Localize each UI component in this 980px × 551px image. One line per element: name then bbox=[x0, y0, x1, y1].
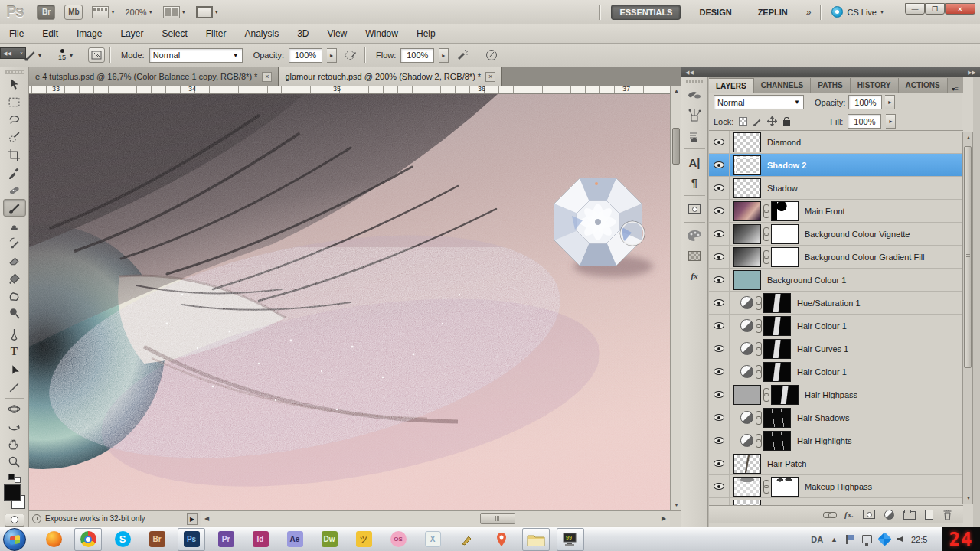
layer-name[interactable]: Makeup Highpass bbox=[805, 482, 872, 491]
minibridge-button[interactable]: Mb bbox=[64, 5, 83, 20]
vertical-scroll-thumb[interactable] bbox=[672, 128, 680, 165]
layer-thumbnail[interactable] bbox=[733, 224, 761, 244]
layer-row-hair-curves-1[interactable]: Hair Curves 1 bbox=[709, 337, 963, 360]
visibility-toggle[interactable] bbox=[709, 498, 730, 506]
layer-name[interactable]: Background Colour Vignette bbox=[805, 230, 910, 239]
layer-mask-thumbnail[interactable] bbox=[763, 339, 791, 359]
layer-row-bg-colour-gradient-fill[interactable]: Background Colour Gradient Fill bbox=[709, 246, 963, 269]
taskbar-chrome[interactable] bbox=[74, 528, 102, 551]
scroll-up-icon[interactable]: ▲ bbox=[963, 132, 974, 143]
panel-collapse-header[interactable]: ◀◀× bbox=[0, 47, 26, 59]
foreground-color-swatch[interactable] bbox=[4, 484, 21, 501]
add-mask-icon[interactable] bbox=[863, 510, 875, 519]
layer-opacity-spinner[interactable]: ▸ bbox=[885, 95, 895, 109]
taskbar-clock[interactable]: 22:5 bbox=[911, 535, 934, 544]
layer-name[interactable]: Shadow 2 bbox=[767, 161, 806, 170]
taskbar-bridge[interactable]: Br bbox=[143, 528, 171, 551]
layer-thumbnail[interactable] bbox=[733, 477, 761, 497]
canvas-artwork[interactable] bbox=[29, 94, 670, 510]
bridge-button[interactable]: Br bbox=[37, 5, 55, 20]
lasso-tool[interactable] bbox=[3, 111, 26, 129]
flow-field[interactable]: 100% bbox=[400, 48, 434, 63]
quick-selection-tool[interactable] bbox=[3, 129, 26, 146]
start-button[interactable] bbox=[3, 528, 26, 551]
pen-tool[interactable] bbox=[3, 326, 26, 344]
adjustment-layer-icon[interactable] bbox=[740, 434, 753, 447]
layer-row-bg-colour-vignette[interactable]: Background Colour Vignette bbox=[709, 223, 963, 246]
adjustment-layer-icon[interactable] bbox=[740, 342, 753, 355]
taskbar-pin-app[interactable] bbox=[453, 528, 481, 551]
layer-name[interactable]: Shadow bbox=[767, 184, 798, 193]
layer-row-diamond[interactable]: Diamond bbox=[709, 131, 963, 154]
layer-mask-thumbnail[interactable] bbox=[763, 431, 791, 451]
layer-thumbnail[interactable] bbox=[733, 247, 761, 267]
character-panel-icon[interactable]: A| bbox=[684, 152, 705, 172]
3d-orbit-tool[interactable] bbox=[3, 418, 26, 435]
canvas-viewport[interactable] bbox=[29, 94, 670, 510]
menu-edit[interactable]: Edit bbox=[42, 28, 58, 39]
clone-stamp-tool[interactable] bbox=[3, 217, 26, 234]
clone-source-panel-icon[interactable] bbox=[684, 126, 705, 145]
healing-brush-tool[interactable] bbox=[3, 181, 26, 199]
layer-opacity-field[interactable]: 100% bbox=[848, 95, 882, 109]
scroll-down-icon[interactable]: ▼ bbox=[671, 500, 682, 510]
expand-panels-icon[interactable]: ▶▶ bbox=[968, 70, 976, 76]
taskbar-indesign[interactable]: Id bbox=[247, 528, 274, 551]
menu-view[interactable]: View bbox=[327, 28, 347, 39]
document-tab-2[interactable]: glamour retouch.psd @ 200% (Shadow 2, RG… bbox=[279, 67, 502, 86]
visibility-toggle[interactable] bbox=[709, 292, 730, 315]
adjustment-layer-icon[interactable] bbox=[740, 319, 753, 332]
visibility-toggle[interactable] bbox=[709, 269, 730, 292]
visibility-toggle[interactable] bbox=[709, 200, 730, 223]
new-layer-icon[interactable] bbox=[925, 510, 933, 520]
layer-style-icon[interactable]: fx. bbox=[844, 510, 854, 519]
styles-panel-icon[interactable]: fx bbox=[684, 266, 705, 285]
layer-mask-thumbnail[interactable] bbox=[763, 316, 791, 336]
layer-thumbnail[interactable] bbox=[733, 201, 761, 221]
menu-window[interactable]: Window bbox=[365, 28, 398, 39]
layer-thumbnail[interactable] bbox=[733, 132, 761, 152]
crop-tool[interactable] bbox=[3, 146, 26, 164]
network-icon[interactable] bbox=[862, 535, 872, 543]
taskbar-dreamweaver[interactable]: Dw bbox=[315, 528, 343, 551]
adjustment-layer-icon[interactable] bbox=[740, 365, 753, 378]
menu-select[interactable]: Select bbox=[162, 28, 187, 39]
opacity-field[interactable]: 100% bbox=[289, 48, 322, 63]
adjustment-layer-icon[interactable] bbox=[740, 411, 753, 424]
layer-mask-thumbnail[interactable] bbox=[771, 385, 799, 405]
layer-name[interactable]: Diamond bbox=[767, 138, 801, 147]
layer-row-eye-makeup[interactable]: Eye Makeup bbox=[709, 498, 963, 505]
new-group-icon[interactable] bbox=[903, 509, 916, 520]
zoom-level-dropdown[interactable]: 200%▾ bbox=[125, 8, 152, 17]
layers-scroll-thumb[interactable] bbox=[964, 146, 972, 368]
layer-blend-mode-select[interactable]: Normal▼ bbox=[714, 95, 804, 109]
taskbar-skype[interactable]: S bbox=[109, 528, 136, 551]
layer-row-hair-highlights[interactable]: Hair Highlights bbox=[709, 429, 963, 452]
visibility-toggle[interactable] bbox=[709, 383, 730, 406]
scroll-up-icon[interactable]: ▲ bbox=[671, 86, 682, 96]
layer-mask-thumbnail[interactable] bbox=[771, 477, 799, 497]
layer-fill-spinner[interactable]: ▸ bbox=[886, 114, 896, 129]
tab-channels[interactable]: CHANNELS bbox=[754, 78, 812, 93]
visibility-toggle[interactable] bbox=[709, 131, 730, 154]
menu-file[interactable]: File bbox=[9, 28, 24, 39]
color-panel-icon[interactable] bbox=[684, 226, 705, 246]
visibility-toggle[interactable] bbox=[709, 154, 730, 177]
paragraph-panel-icon[interactable]: ¶ bbox=[684, 172, 705, 192]
lock-transparency-icon[interactable] bbox=[738, 116, 748, 126]
visibility-toggle[interactable] bbox=[709, 315, 730, 337]
shape-tool[interactable] bbox=[3, 379, 26, 396]
masks-panel-icon[interactable] bbox=[684, 199, 705, 219]
lock-all-icon[interactable] bbox=[782, 116, 792, 126]
document-tab-1[interactable]: e 4 tutsplus.psd @ 16,7% (Color Balance … bbox=[29, 67, 279, 86]
3d-rotate-tool[interactable] bbox=[3, 400, 26, 418]
action-center-icon[interactable] bbox=[845, 535, 854, 544]
horizontal-scrollbar[interactable]: ◀ ▶ bbox=[201, 510, 670, 526]
layer-name[interactable]: Hair Patch bbox=[767, 459, 806, 468]
layer-row-hair-shadows[interactable]: Hair Shadows bbox=[709, 406, 963, 429]
horizontal-scroll-track[interactable] bbox=[213, 512, 658, 526]
volume-icon[interactable] bbox=[897, 536, 903, 543]
tab-history[interactable]: HISTORY bbox=[851, 78, 899, 93]
visibility-toggle[interactable] bbox=[709, 406, 730, 429]
layer-row-bg-colour-1[interactable]: Background Colour 1 bbox=[709, 269, 963, 292]
